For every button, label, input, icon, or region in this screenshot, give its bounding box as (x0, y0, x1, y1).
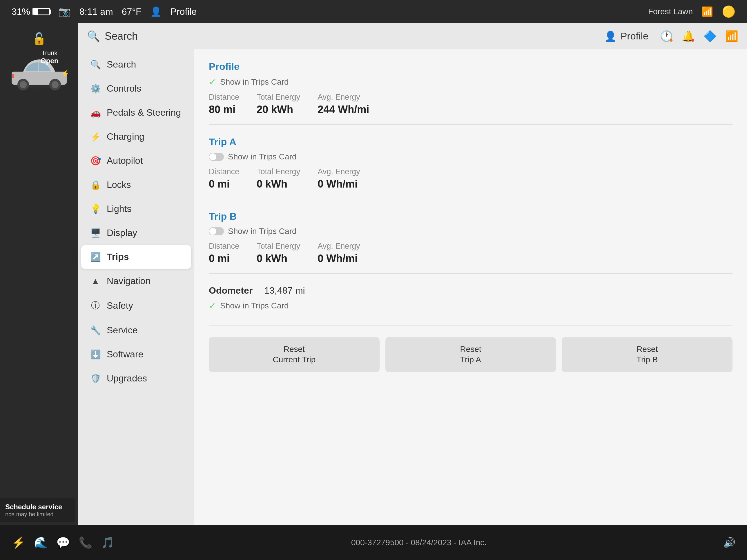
sidebar-item-navigation[interactable]: ▲ Navigation (81, 269, 191, 293)
current-trip-distance: Distance 80 mi (209, 93, 239, 116)
svg-rect-7 (12, 74, 14, 78)
battery-indicator: 31% (11, 6, 50, 17)
trip-b-section: Trip B Show in Trips Card Distance 0 mi … (209, 211, 732, 274)
lock-status-icon: 📷 (58, 6, 71, 18)
trip-b-toggle[interactable] (209, 227, 224, 235)
reset-current-trip-label: ResetCurrent Trip (273, 345, 315, 364)
battery-bar (32, 8, 50, 16)
sidebar-item-search[interactable]: 🔍 Search (81, 53, 191, 76)
trip-b-avg-energy-value: 0 Wh/mi (317, 252, 360, 265)
bottom-info-text: 000-37279500 - 08/24/2023 - IAA Inc. (351, 538, 487, 547)
sidebar-item-pedals[interactable]: 🚗 Pedals & Steering (81, 101, 191, 124)
current-trip-avg-energy-label: Avg. Energy (317, 93, 369, 102)
upgrades-icon: 🛡️ (90, 373, 101, 383)
search-container[interactable]: 🔍 Search (87, 30, 593, 42)
profile-icon: 👤 (150, 6, 162, 17)
wifi-icon: 📶 (701, 6, 713, 17)
trip-a-show-toggle[interactable]: Show in Trips Card (209, 152, 732, 161)
safety-icon: ⓘ (90, 300, 101, 312)
sidebar-item-autopilot[interactable]: 🎯 Autopilot (81, 149, 191, 172)
profile-nav-label: Profile (621, 30, 648, 42)
trip-a-section: Trip A Show in Trips Card Distance 0 mi … (209, 136, 732, 199)
svg-point-3 (20, 81, 27, 88)
sidebar-item-safety[interactable]: ⓘ Safety (81, 293, 191, 318)
trip-a-energy-value: 0 kWh (257, 178, 300, 190)
profile-nav[interactable]: 👤 Profile (604, 30, 648, 42)
reset-trip-b-button[interactable]: ResetTrip B (562, 337, 732, 372)
main-panel: Profile ✓ Show in Trips Card Distance 80… (194, 49, 747, 525)
car-lock-icon: 🔓 (32, 32, 46, 46)
bottom-center-text: 000-37279500 - 08/24/2023 - IAA Inc. (123, 538, 715, 547)
temperature: 67°F (122, 6, 141, 17)
current-trip-energy: Total Energy 20 kWh (257, 93, 300, 116)
trip-a-distance: Distance 0 mi (209, 167, 239, 190)
sidebar-software-label: Software (107, 349, 143, 360)
bottom-phone-icon[interactable]: 📞 (79, 536, 92, 549)
odometer-label: Odometer (209, 285, 253, 296)
sidebar-item-upgrades[interactable]: 🛡️ Upgrades (81, 367, 191, 390)
trip-b-distance: Distance 0 mi (209, 242, 239, 265)
profile-nav-icon: 👤 (604, 30, 617, 42)
reset-current-trip-button[interactable]: ResetCurrent Trip (209, 337, 380, 372)
sidebar-item-software[interactable]: ⬇️ Software (81, 343, 191, 366)
trip-a-distance-label: Distance (209, 167, 239, 176)
sidebar-item-display[interactable]: 🖥️ Display (81, 221, 191, 245)
controls-icon: ⚙️ (90, 83, 101, 94)
sidebar-pedals-label: Pedals & Steering (107, 107, 181, 118)
trip-a-distance-value: 0 mi (209, 178, 239, 190)
sidebar-item-controls[interactable]: ⚙️ Controls (81, 77, 191, 100)
trip-a-avg-energy-value: 0 Wh/mi (317, 178, 360, 190)
odometer-show-toggle[interactable]: ✓ Show in Trips Card (209, 300, 732, 311)
trip-b-distance-value: 0 mi (209, 252, 239, 265)
bottom-music-icon: 🎵 (101, 536, 114, 549)
current-trip-energy-label: Total Energy (257, 93, 300, 102)
pedals-icon: 🚗 (90, 108, 101, 118)
current-trip-show-label: Show in Trips Card (220, 77, 289, 87)
current-trip-stats: Distance 80 mi Total Energy 20 kWh Avg. … (209, 93, 732, 116)
trip-b-energy: Total Energy 0 kWh (257, 242, 300, 265)
schedule-service-banner[interactable]: Schedule service nce may be limited (0, 498, 75, 522)
navigation-icon: ▲ (90, 276, 101, 286)
trip-b-energy-label: Total Energy (257, 242, 300, 251)
sidebar-controls-label: Controls (107, 83, 141, 94)
trip-b-distance-label: Distance (209, 242, 239, 251)
trunk-indicator: Trunk Open (41, 49, 58, 65)
trip-a-show-label: Show in Trips Card (228, 152, 297, 161)
reset-trip-a-button[interactable]: ResetTrip A (385, 337, 556, 372)
svg-point-5 (52, 81, 58, 88)
bell-icon[interactable]: 🔔 (682, 30, 695, 42)
sidebar-item-charging[interactable]: ⚡ Charging (81, 125, 191, 149)
bluetooth-icon[interactable]: 🔷 (703, 30, 717, 42)
odometer-section: Odometer 13,487 mi ✓ Show in Trips Card (209, 285, 732, 325)
top-nav: 🔍 Search 👤 Profile 🕐 🔔 🔷 📶 (78, 23, 747, 49)
search-label[interactable]: Search (105, 30, 138, 42)
current-trip-avg-energy: Avg. Energy 244 Wh/mi (317, 93, 369, 116)
bottom-bar: ⚡ 🌊 💬 📞 🎵 000-37279500 - 08/24/2023 - IA… (0, 525, 747, 560)
car-image: ⚡ (7, 51, 71, 92)
location-label: Forest Lawn (648, 7, 693, 16)
sidebar-display-label: Display (107, 228, 137, 238)
display-icon: 🖥️ (90, 228, 101, 238)
trip-a-toggle[interactable] (209, 153, 224, 161)
main-ui: 🔍 Search 👤 Profile 🕐 🔔 🔷 📶 🔍 Sear (78, 23, 747, 525)
trip-a-toggle-thumb (209, 153, 216, 160)
reset-buttons-row: ResetCurrent Trip ResetTrip A ResetTrip … (209, 337, 732, 372)
bottom-icon-3: 💬 (56, 536, 70, 549)
trip-b-show-toggle[interactable]: Show in Trips Card (209, 227, 732, 236)
sidebar-item-service[interactable]: 🔧 Service (81, 319, 191, 342)
sidebar-item-trips[interactable]: ↗️ Trips (81, 245, 191, 269)
volume-icon[interactable]: 🔊 (723, 537, 736, 549)
charging-icon: ⚡ (90, 132, 101, 142)
trunk-status: Open (41, 57, 58, 65)
current-trip-avg-energy-value: 244 Wh/mi (317, 104, 369, 116)
sidebar-item-lights[interactable]: 💡 Lights (81, 197, 191, 220)
trip-b-energy-value: 0 kWh (257, 252, 300, 265)
reset-trip-b-label: ResetTrip B (637, 345, 658, 364)
current-time: 8:11 am (79, 6, 113, 17)
current-trip-show-toggle[interactable]: ✓ Show in Trips Card (209, 77, 732, 87)
sidebar-item-locks[interactable]: 🔒 Locks (81, 173, 191, 196)
content-area: 🔍 Search ⚙️ Controls 🚗 Pedals & Steering… (78, 49, 747, 525)
search-sidebar-icon: 🔍 (90, 59, 101, 70)
alarm-icon[interactable]: 🕐 (660, 30, 673, 42)
reset-trip-a-label: ResetTrip A (460, 345, 481, 364)
